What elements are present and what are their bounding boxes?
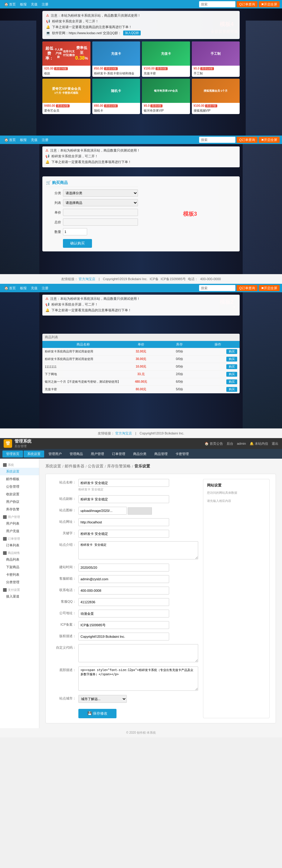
search-input-2[interactable] [199,137,236,143]
build-date-input[interactable] [79,564,169,571]
product-select[interactable]: 请选择商品 [63,199,138,206]
order-query-btn-3[interactable]: Q订单查询 [237,285,257,291]
admin-nav-home[interactable]: 管理首页 [2,451,23,458]
sidebar-item-system-settings[interactable]: 系统设置 [0,468,39,475]
nav-home-3[interactable]: 🏠 首页 [2,285,18,291]
search-input-3[interactable] [199,285,236,291]
row-5-buy-btn[interactable]: 购买 [226,379,237,384]
product-card-6[interactable]: 随机卡 ¥80.00 库存23张 随机卡 [92,79,140,114]
row-4-buy-btn[interactable]: 购买 [226,372,237,377]
product-thumb-3: 充值卡 [142,41,190,66]
order-query-btn-2[interactable]: Q订单查询 [237,137,257,143]
service-email-input[interactable] [79,575,169,583]
nav-home-2[interactable]: 🏠 首页 [2,137,18,143]
admin-header-logout[interactable]: 退出 [272,441,278,446]
sidebar-item-category[interactable]: 分类管理 [0,579,39,586]
sidebar-item-announcement[interactable]: 公告管理 [0,483,39,490]
site-name-hint: 粉碎发卡 安全稳定 [79,487,198,492]
footer-desc-textarea[interactable]: <p><span style="font-size:12px">粉碎发卡系统（专… [79,666,198,691]
city-select[interactable]: 城市了解远... [79,695,127,703]
nav-register-2[interactable]: 注册 [40,137,50,143]
admin-header-link-home[interactable]: 🏠 首页公告 [205,441,223,446]
desc-textarea[interactable]: 粉碎发卡 安全稳定 [79,541,198,559]
admin-nav-product[interactable]: 商品管理 [151,451,171,458]
sidebar-item-payment-channel[interactable]: 接入渠道 [0,593,39,600]
sidebar-item-order-list[interactable]: 订单列表 [0,541,39,549]
product-card-4[interactable]: 手工制 ¥0.0 库存19张 手工制 [192,41,240,77]
admin-nav-settings[interactable]: 系统设置 [24,451,44,458]
product-card-5[interactable]: 爱奇艺VIP黄金会员 1个月·卡密形式领取 ¥480.00 库存42张 爱奇艺会… [42,79,91,114]
settings-value-icp [79,621,198,629]
nav-topup-3[interactable]: 充值 [29,285,39,291]
product-card-1[interactable]: 超低费率： 个人商户|收款 信用卡|支付宝|微信 费率低至0.38% ¥20.0… [42,41,91,77]
open-fullscreen-btn-1[interactable]: ✖开启全屏 [259,1,280,7]
category-select[interactable]: 请选择分类 [63,189,138,197]
nav-topup-2[interactable]: 充值 [29,137,39,143]
tel-input[interactable] [79,587,169,594]
price-input[interactable] [63,209,138,216]
sidebar-item-payment-settings[interactable]: 收款设置 [0,490,39,498]
product-card-7[interactable]: 银河奇异果VIP会员 ¥0.0 库存0张 银河奇异果VIP [142,79,190,114]
qq-input[interactable] [79,598,169,606]
nav-forum-2[interactable]: 板报 [18,137,28,143]
col-header-action: 操作 [199,342,237,347]
nav-forum-3[interactable]: 板报 [18,285,28,291]
open-fullscreen-btn-3[interactable]: ✖开启全屏 [259,285,280,291]
footer-official-link[interactable]: 官方淘宝店 [79,277,95,281]
sidebar-item-off-shelf[interactable]: 下架商品 [0,563,39,571]
confirm-buy-btn[interactable]: 确认购买 [63,239,92,248]
row-6-buy-btn[interactable]: 购买 [226,387,237,392]
custom-code-textarea[interactable] [79,644,198,662]
admin-header-link-backend[interactable]: 后台 [227,441,233,446]
icp-input[interactable] [79,621,169,629]
admin-header-msg[interactable]: 🔔 未站内信 [250,441,268,446]
sidebar-item-email-template[interactable]: 邮件模板 [0,475,39,483]
search-input-1[interactable] [199,1,236,7]
open-fullscreen-btn-2[interactable]: ✖开启全屏 [259,137,280,143]
admin-nav-card[interactable]: 卡密管理 [172,451,192,458]
sidebar-item-product-list[interactable]: 商品列表 [0,556,39,563]
sidebar-item-card-list[interactable]: 卡密列表 [0,571,39,579]
figure-left-2 [0,292,39,428]
row-3-buy-btn[interactable]: 购买 [226,364,237,369]
product-card-8[interactable]: 搜狐视频会员·1个月 ¥100.00 库存7张 搜狐视频VIP [192,79,240,114]
admin-nav-orders[interactable]: 订单管理 [108,451,129,458]
nav-register-1[interactable]: 注册 [40,1,50,7]
site-name-input[interactable] [79,479,169,487]
admin-nav-user-mgmt[interactable]: 用户管理 [87,451,108,458]
product-card-2[interactable]: 充值卡 ¥50.00 库存23张 粉碎发卡-系统卡密分销和佣金 [92,41,140,77]
keywords-input[interactable] [79,530,169,538]
total-input[interactable] [63,218,138,226]
settings-label-url: 站点网址： [52,518,76,524]
row-2-buy-btn[interactable]: 购买 [226,357,237,362]
nav-register-3[interactable]: 注册 [40,285,50,291]
admin-nav-category[interactable]: 商品分类 [129,451,150,458]
admin-nav-users-mgmt[interactable]: 管理用户 [45,451,65,458]
site-sub-input[interactable] [79,495,169,503]
logo-path-input[interactable] [79,507,127,515]
address-input[interactable] [79,610,169,618]
product-section-icon [3,551,7,555]
admin-logo-name: 管理系统 后台管理 [14,439,31,448]
order-query-btn-1[interactable]: Q订单查询 [237,1,257,7]
copyright-input[interactable] [79,632,169,641]
nav-home-1[interactable]: 🏠 首页 [2,1,18,7]
sidebar-item-user-agreement[interactable]: 用户协议 [0,498,39,505]
settings-row-tel: 联系电话： [52,587,198,594]
qq-join-btn[interactable]: 加入QQ群 [123,31,141,35]
sidebar-item-stock-alert[interactable]: 库存告警 [0,505,39,513]
sidebar-item-user-topup[interactable]: 用户充值 [0,527,39,535]
footer-official-link-2[interactable]: 官方淘宝店 [115,431,132,435]
quantity-input[interactable] [63,228,87,236]
settings-value-city: 城市了解远... [79,695,198,703]
settings-value-email [79,575,198,583]
settings-save-btn[interactable]: 💾 保存修改 [79,709,117,718]
row-1-buy-btn[interactable]: 购买 [226,349,237,354]
col-header-name: 商品名称 [45,342,122,347]
nav-forum-1[interactable]: 板报 [18,1,28,7]
product-card-3[interactable]: 充值卡 ¥100.00 库存0张 充值卡密 [142,41,190,77]
site-url-input[interactable] [79,518,169,526]
admin-nav-products-mgmt[interactable]: 管理商品 [66,451,87,458]
nav-topup-1[interactable]: 充值 [29,1,39,7]
sidebar-item-user-list[interactable]: 用户列表 [0,520,39,527]
